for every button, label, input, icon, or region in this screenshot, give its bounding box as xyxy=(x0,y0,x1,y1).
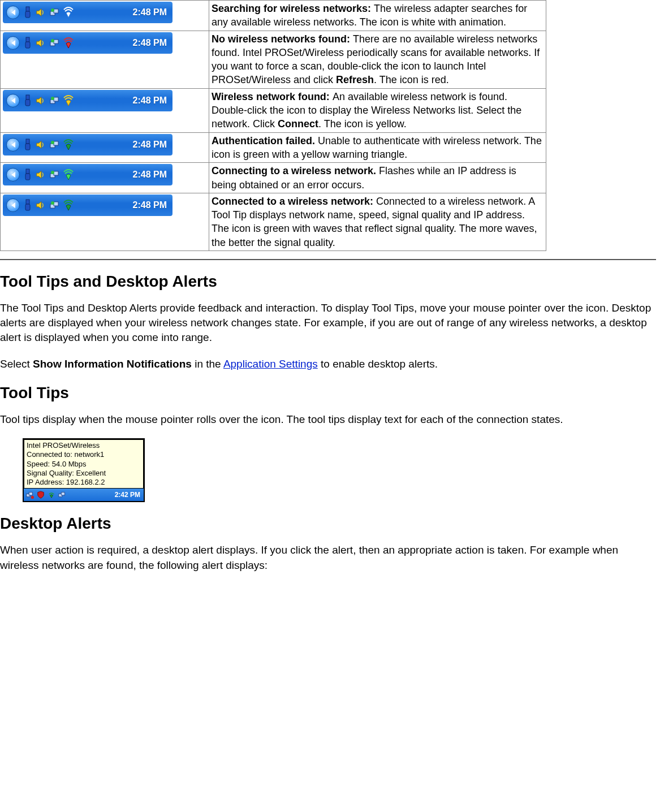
state-title: Authentication failed. xyxy=(212,135,318,146)
tray-expand-icon xyxy=(6,94,20,107)
network-icon xyxy=(49,168,61,182)
tray-image-cell: 2:48 PM xyxy=(1,1,209,31)
svg-point-29 xyxy=(51,201,54,205)
state-action: Refresh xyxy=(336,74,374,85)
wifi-icon xyxy=(63,36,74,50)
tray-expand-icon xyxy=(6,168,20,182)
svg-rect-16 xyxy=(25,144,30,150)
link-application-settings[interactable]: Application Settings xyxy=(223,358,318,370)
tray-expand-icon xyxy=(6,138,20,152)
tray-image-cell: 2:48 PM xyxy=(1,163,209,193)
tooltip-line: Signal Quality: Excellent xyxy=(27,469,141,478)
tray-image-cell: 2:48 PM xyxy=(1,31,209,88)
para-tooltips-alerts: The Tool Tips and Desktop Alerts provide… xyxy=(0,301,656,345)
tray-time: 2:48 PM xyxy=(133,96,169,106)
network-icon xyxy=(49,94,61,107)
tray-expand-icon xyxy=(6,36,20,50)
tooltip-line: Speed: 54.0 Mbps xyxy=(27,460,141,469)
heading-tooltips-alerts: Tool Tips and Desktop Alerts xyxy=(0,273,660,291)
state-title: Searching for wireless networks: xyxy=(212,3,374,14)
para-desktop-alerts: When user action is required, a desktop … xyxy=(0,543,656,572)
network-icon xyxy=(49,198,61,212)
wifi-icon xyxy=(63,198,74,212)
svg-rect-0 xyxy=(26,7,29,11)
wifi-icon xyxy=(63,138,74,152)
tooltip-screenshot: Intel PROSet/Wireless Connected to: netw… xyxy=(23,438,145,502)
heading-desktop-alerts: Desktop Alerts xyxy=(0,515,660,533)
svg-point-24 xyxy=(51,171,54,174)
svg-rect-6 xyxy=(25,42,30,48)
table-row: 2:48 PMConnecting to a wireless network.… xyxy=(1,163,546,193)
net-icon xyxy=(25,490,34,499)
speaker-icon xyxy=(36,138,47,152)
system-tray: 2:48 PM xyxy=(3,2,172,23)
speaker-icon xyxy=(36,94,47,107)
icon-states-table: 2:48 PMSearching for wireless networks: … xyxy=(0,0,546,251)
svg-rect-1 xyxy=(25,11,30,18)
svg-rect-21 xyxy=(25,174,30,180)
system-tray: 2:48 PM xyxy=(3,164,172,185)
svg-point-19 xyxy=(51,141,54,144)
state-text: . The icon is yellow. xyxy=(318,118,407,129)
state-title: Connected to a wireless network: xyxy=(212,196,376,207)
tooltip-line: Connected to: network1 xyxy=(27,450,141,459)
wifi-icon xyxy=(63,168,74,182)
usb-icon xyxy=(22,6,33,19)
wifi-icon xyxy=(63,94,74,107)
tooltip-balloon: Intel PROSet/Wireless Connected to: netw… xyxy=(24,439,144,489)
text: to enable desktop alerts. xyxy=(318,358,438,370)
svg-rect-18 xyxy=(54,141,58,145)
para-select-notifications: Select Show Information Notifications in… xyxy=(0,357,656,372)
network-icon xyxy=(49,6,61,19)
state-text: . The icon is red. xyxy=(374,74,449,85)
table-row: 2:48 PMConnected to a wireless network: … xyxy=(1,193,546,250)
state-title: No wireless networks found: xyxy=(212,33,353,45)
description-cell: Connected to a wireless network: Connect… xyxy=(209,193,546,250)
text: Select xyxy=(0,358,33,370)
bold-show-info: Show Information Notifications xyxy=(33,358,192,370)
tray-image-cell: 2:48 PM xyxy=(1,132,209,163)
description-cell: No wireless networks found: There are no… xyxy=(209,31,546,88)
system-tray: 2:48 PM xyxy=(3,195,172,216)
table-row: 2:48 PMAuthentication failed. Unable to … xyxy=(1,132,546,163)
speaker-icon xyxy=(36,168,47,182)
tray-expand-icon xyxy=(6,6,20,19)
wifi-icon xyxy=(47,490,56,499)
heading-tooltips: Tool Tips xyxy=(0,384,660,402)
description-cell: Wireless network found: An available wir… xyxy=(209,88,546,132)
tray-time: 2:48 PM xyxy=(133,170,169,180)
system-tray: 2:48 PM xyxy=(3,32,172,54)
state-title: Wireless network found: xyxy=(212,91,333,102)
svg-rect-23 xyxy=(54,171,58,175)
svg-rect-11 xyxy=(25,100,30,106)
svg-rect-28 xyxy=(54,202,58,206)
section-divider xyxy=(0,259,656,260)
table-row: 2:48 PMWireless network found: An availa… xyxy=(1,88,546,132)
mini-system-tray: 2:42 PM xyxy=(24,489,144,501)
tray-time: 2:48 PM xyxy=(133,38,169,48)
mini-tray-time: 2:42 PM xyxy=(115,491,142,499)
description-cell: Connecting to a wireless network. Flashe… xyxy=(209,163,546,193)
tray-image-cell: 2:48 PM xyxy=(1,88,209,132)
state-title: Connecting to a wireless network. xyxy=(212,165,379,176)
tray-image-cell: 2:48 PM xyxy=(1,193,209,250)
svg-point-9 xyxy=(51,39,54,42)
connection-icon xyxy=(58,490,67,499)
tray-time: 2:48 PM xyxy=(133,140,169,150)
description-cell: Searching for wireless networks: The wir… xyxy=(209,1,546,31)
usb-icon xyxy=(22,94,33,107)
speaker-icon xyxy=(36,36,47,50)
svg-rect-3 xyxy=(54,9,58,13)
svg-point-4 xyxy=(51,8,54,12)
tooltip-line: Intel PROSet/Wireless xyxy=(27,441,141,450)
usb-icon xyxy=(22,168,33,182)
svg-rect-13 xyxy=(54,97,58,101)
svg-rect-15 xyxy=(26,139,29,144)
svg-rect-25 xyxy=(26,200,29,204)
speaker-icon xyxy=(36,6,47,19)
tray-time: 2:48 PM xyxy=(133,7,169,18)
speaker-icon xyxy=(36,198,47,212)
table-row: 2:48 PMSearching for wireless networks: … xyxy=(1,1,546,31)
tooltip-line: IP Address: 192.168.2.2 xyxy=(27,478,141,487)
system-tray: 2:48 PM xyxy=(3,134,172,156)
